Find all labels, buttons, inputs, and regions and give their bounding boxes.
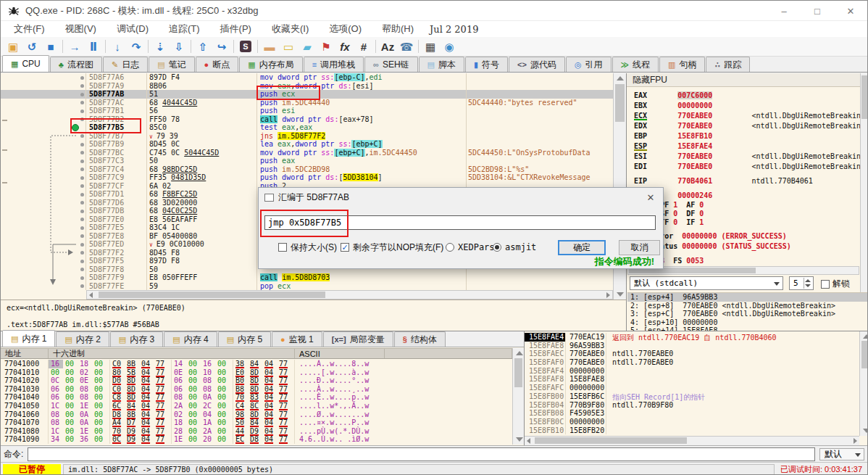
help-globe-button[interactable]: ◉ bbox=[440, 38, 459, 55]
dump-row[interactable]: 7704100016001800C08B04771400160038840477… bbox=[1, 360, 512, 368]
breakpoint-dot-icon[interactable] bbox=[72, 124, 79, 131]
step-into-button[interactable]: ↓ bbox=[108, 38, 127, 55]
dialog-close-icon[interactable]: ✕ bbox=[644, 191, 657, 203]
run-to-user-code-button[interactable]: ↪ bbox=[212, 38, 231, 55]
patches-button[interactable]: ▬ bbox=[260, 38, 279, 55]
radio-selected-icon[interactable] bbox=[493, 243, 501, 252]
step-over-button[interactable]: ↷ bbox=[127, 38, 146, 55]
disasm-row[interactable]: 5D8F77C9FF35 0481D35Dpush dword ptr ds:[… bbox=[1, 173, 613, 182]
maximize-button[interactable]: □ bbox=[801, 1, 834, 21]
disasm-row[interactable]: 5D8F77A6897D F4mov dword ptr ss:[ebp-C],… bbox=[1, 73, 613, 82]
menu-help[interactable]: 帮助(H) bbox=[372, 22, 424, 36]
flags-cf-tf-if[interactable]: CF 0 TF 0 IF 1 bbox=[634, 218, 868, 227]
menu-trace[interactable]: 追踪(T) bbox=[159, 22, 210, 36]
tab-dump-2[interactable]: ▤内存 2 bbox=[56, 331, 109, 347]
cancel-button[interactable]: 取消 bbox=[619, 240, 660, 255]
restart-button[interactable]: ↺ bbox=[22, 38, 41, 55]
register-ebx[interactable]: EBX 00000000 bbox=[634, 101, 868, 111]
tab-memory-map[interactable]: ▦内存布局 bbox=[239, 57, 302, 72]
dump-row[interactable]: 770410200C000E00D08D047706000800B08D0477… bbox=[1, 376, 512, 385]
dump-row[interactable]: 770410801C001E0070D9047728002A0044D90477… bbox=[1, 427, 512, 436]
dump-row[interactable]: 7704104006000800C88D047708000A0070830477… bbox=[1, 393, 512, 402]
disasm-row[interactable]: 5D8F77AC68 4044C45Dpush im.5DC444405DC44… bbox=[1, 99, 613, 107]
open-file-button[interactable]: ▣ bbox=[4, 38, 22, 55]
disasm-row[interactable]: 5D8F77C468 98BDC25Dpush im.5DC2BD985DC2B… bbox=[1, 165, 613, 174]
dump-row[interactable]: 77041090340036000CD904771E002000ECD80477… bbox=[1, 435, 512, 444]
register-edi[interactable]: EDI 770EABE0 <ntdll.DbgUiRemoteBreakin> bbox=[634, 162, 868, 172]
execute-till-return-button[interactable]: ⇧ bbox=[193, 38, 212, 55]
scroll-left-arrow-icon[interactable] bbox=[527, 438, 530, 444]
tab-call-stack[interactable]: ≡调用堆栈 bbox=[304, 57, 364, 72]
stack-row[interactable]: 15E8FAF400000000 bbox=[525, 367, 859, 376]
stack-row[interactable]: 15E8FB1015E8FB20 bbox=[525, 426, 859, 435]
labels-button[interactable]: ▰ bbox=[298, 38, 317, 55]
ok-button[interactable]: 确定 bbox=[558, 240, 606, 255]
keep-size-checkbox[interactable]: 保持大小(S) bbox=[278, 241, 337, 253]
disasm-row[interactable]: 5D8F77B585C0test eax,eax bbox=[1, 123, 613, 132]
stack-row[interactable]: 15E8FAE896A59BB3 bbox=[525, 342, 859, 350]
tab-script[interactable]: ▤脚本 bbox=[419, 57, 464, 72]
tab-notes[interactable]: ▤笔记 bbox=[149, 57, 194, 72]
calculator-button[interactable]: ▦ bbox=[421, 38, 440, 55]
flags-zf-pf-af[interactable]: ZF 1 PF 1 AF 0 bbox=[634, 201, 868, 210]
dump-row[interactable]: 770410501C001E006C8404772A002C00C48C0477… bbox=[1, 402, 512, 410]
dump-v-scrollbar[interactable] bbox=[512, 348, 524, 445]
disasm-row[interactable]: 5D8F77A98B06mov eax,dword ptr ds:[esi] bbox=[1, 82, 613, 91]
asmjit-radio[interactable]: asmjit bbox=[493, 241, 536, 253]
dump-row[interactable]: 7704107008000A00A4D7047718001A0050840477… bbox=[1, 418, 512, 427]
tab-cpu[interactable]: ▦CPU bbox=[2, 55, 49, 72]
register-edx[interactable]: EDX 770EABE0 <ntdll.DbgUiRemoteBreakin> bbox=[634, 121, 868, 131]
xedparse-radio[interactable]: XEDParse bbox=[446, 241, 500, 253]
checkbox-icon[interactable] bbox=[278, 243, 287, 252]
register-eax[interactable]: EAX 007C6000 bbox=[634, 91, 868, 101]
registers-v-scrollbar[interactable] bbox=[860, 73, 868, 292]
argument-row[interactable]: 1: [esp+4] 96A59BB3 bbox=[627, 293, 868, 302]
stack-row[interactable]: 15E8FAEC770EABE0ntdll.770EABE0 bbox=[525, 350, 859, 358]
register-laststatus[interactable]: LastStatus 00000000 (STATUS_SUCCESS) bbox=[634, 241, 868, 252]
functions-button[interactable]: fx bbox=[335, 38, 354, 55]
scroll-thumb[interactable] bbox=[535, 437, 687, 444]
dump-row[interactable]: 7704101000000200805B04770E001000E08D0477… bbox=[1, 368, 512, 377]
menu-options[interactable]: 选项(O) bbox=[319, 22, 372, 36]
tab-watch-1[interactable]: ●监视 1 bbox=[272, 331, 322, 347]
disasm-row[interactable]: 5D8F77B156push esi bbox=[1, 107, 613, 115]
tab-graph[interactable]: ♣流程图 bbox=[50, 57, 102, 72]
comments-button[interactable]: ▭ bbox=[279, 38, 298, 55]
disasm-row[interactable]: 5D8F77F9E8 050FFEFFcall im.5D8D8703 bbox=[1, 273, 613, 282]
stack-h-scrollbar[interactable] bbox=[525, 436, 859, 445]
argument-row[interactable]: 4: [esp+10] 00000000 bbox=[627, 318, 868, 327]
tab-references[interactable]: ◎引用 bbox=[566, 57, 612, 72]
tab-locals[interactable]: [x=]局部变量 bbox=[323, 331, 393, 347]
animate-over-button[interactable]: ⇩ bbox=[170, 38, 188, 55]
argument-count-stepper[interactable]: 5 bbox=[789, 276, 814, 290]
argument-row[interactable]: 2: [esp+8] 770EABE0 <ntdll.DbgUiRemoteBr… bbox=[627, 302, 868, 310]
argument-row[interactable]: 3: [esp+C] 770EABE0 <ntdll.DbgUiRemoteBr… bbox=[627, 310, 868, 318]
menu-debug[interactable]: 调试(D) bbox=[107, 22, 159, 36]
command-type-select[interactable]: 默认 bbox=[819, 448, 864, 460]
register-segments[interactable]: GS 002B FS 0053 bbox=[634, 256, 868, 266]
register-eip[interactable]: EIP 770B4061 ntdll.770B4061 bbox=[634, 176, 868, 186]
spin-down-icon[interactable] bbox=[805, 284, 811, 287]
stack-row[interactable]: 15E8FAE4770EAC19返回到 ntdll.770EAC19 自 ntd… bbox=[525, 333, 859, 342]
flags-of-sf-df[interactable]: OF 0 SF 0 DF 0 bbox=[634, 210, 868, 218]
menu-plugins[interactable]: 插件(P) bbox=[210, 22, 262, 36]
tab-seh[interactable]: ∞SEH链 bbox=[364, 57, 418, 72]
stack-row[interactable]: 15E8FB04770B9F80ntdll.770B9F80 bbox=[525, 401, 859, 410]
scroll-right-arrow-icon[interactable] bbox=[606, 292, 610, 298]
scroll-thumb[interactable] bbox=[861, 341, 868, 368]
hash-button[interactable]: # bbox=[354, 38, 373, 55]
scroll-up-arrow-icon[interactable] bbox=[617, 76, 624, 80]
scroll-thumb[interactable] bbox=[99, 292, 325, 298]
register-eflags[interactable]: EFLAGS 00000246 bbox=[634, 191, 868, 201]
bookmarks-button[interactable]: ⚑ bbox=[317, 38, 335, 55]
strings-button[interactable]: Az bbox=[378, 38, 397, 55]
close-button[interactable]: ✕ bbox=[834, 1, 867, 21]
pause-button[interactable]: Ⅱ bbox=[84, 38, 103, 55]
stack-row[interactable]: 15E8FAF0770EABE0ntdll.770EABE0 bbox=[525, 358, 859, 367]
stack-row[interactable]: 15E8FB0015E8FB6C指向SEH_Record[1]的指针 bbox=[525, 392, 859, 401]
assembly-input[interactable] bbox=[264, 215, 656, 230]
scroll-down-arrow-icon[interactable] bbox=[617, 292, 624, 297]
stack-v-scrollbar[interactable] bbox=[859, 331, 868, 436]
unlock-checkbox[interactable]: 解锁 bbox=[821, 278, 850, 290]
scroll-up-arrow-icon[interactable] bbox=[863, 334, 868, 339]
